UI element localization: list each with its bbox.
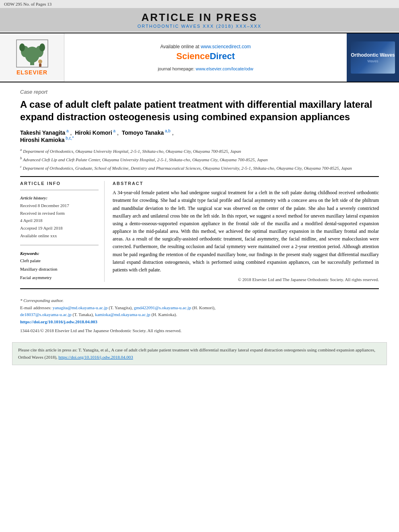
section-divider bbox=[20, 176, 379, 177]
article-history: Article history: Received 8 December 201… bbox=[20, 194, 99, 239]
affiliation-a: a Department of Orthodontics, Okayama Un… bbox=[20, 147, 379, 154]
affiliation-c: c Department of Orthodontics, Graduate, … bbox=[20, 164, 379, 171]
keyword-1: Cleft palate bbox=[20, 257, 99, 265]
author-4-sup: b,c,* bbox=[64, 136, 74, 140]
info-abstract-section: ARTICLE INFO Article history: Received 8… bbox=[20, 181, 379, 282]
email-label: E-mail addresses: bbox=[20, 305, 51, 310]
abstract-column: ABSTRACT A 34-year-old female patient wh… bbox=[113, 181, 379, 282]
article-type-label: Case report bbox=[20, 89, 379, 95]
journal-url[interactable]: www.elsevier.com/locate/odw bbox=[196, 66, 253, 71]
abstract-heading: ABSTRACT bbox=[113, 181, 379, 186]
email-komori[interactable]: gmd422091@s.okayama-u.ac.jp bbox=[134, 305, 191, 310]
email-line: E-mail addresses: yanagita@md.okayama-u.… bbox=[20, 304, 379, 312]
author-3: Tomoyo Tanaka a,b bbox=[122, 129, 172, 136]
author-1: Takeshi Yanagita a bbox=[20, 129, 70, 136]
keywords-section: Keywords: Cleft palate Maxillary distrac… bbox=[20, 251, 99, 282]
author-1-sup: a bbox=[65, 129, 68, 133]
citation-box: Please cite this article in press as: T.… bbox=[12, 342, 387, 365]
email-yanagita[interactable]: yanagita@md.okayama-u.ac.jp bbox=[53, 305, 108, 310]
main-content: Case report A case of adult cleft palate… bbox=[0, 82, 399, 289]
journal-center: Available online at www.sciencedirect.co… bbox=[64, 33, 347, 82]
elsevier-label: ELSEVIER bbox=[16, 69, 47, 76]
received-date: Received 8 December 2017 bbox=[20, 202, 99, 210]
authors-line: Takeshi Yanagita a , Hiroki Komori a , T… bbox=[20, 129, 379, 143]
email-kamioka[interactable]: kamioka@md.okayama-u.ac.jp bbox=[95, 312, 150, 317]
doc-number: ODW 295 No. of Pages 13 bbox=[4, 2, 51, 6]
info-divider bbox=[20, 190, 99, 190]
cover-waves: Waves bbox=[351, 59, 395, 63]
svg-rect-7 bbox=[39, 64, 41, 67]
keywords-list: Cleft palate Maxillary distraction Facia… bbox=[20, 257, 99, 282]
issn-line: 1344-0241/© 2018 Elsevier Ltd and The Ja… bbox=[20, 327, 379, 335]
keyword-2: Maxillary distraction bbox=[20, 265, 99, 273]
author-2-name: Hiroki Komori bbox=[75, 129, 112, 136]
doi-link[interactable]: https://doi.org/10.1016/j.odw.2018.04.00… bbox=[20, 319, 97, 324]
svg-point-4 bbox=[19, 43, 25, 51]
author-3-sup: a,b bbox=[164, 129, 171, 133]
accepted-date: Accepted 19 April 2018 bbox=[20, 224, 99, 232]
aip-banner: ARTICLE IN PRESS ORTHODONTIC WAVES XXX (… bbox=[0, 8, 399, 32]
abstract-copyright: © 2018 Elsevier Ltd and The Japanese Ort… bbox=[113, 277, 379, 282]
history-heading: Article history: bbox=[20, 194, 99, 202]
article-info-column: ARTICLE INFO Article history: Received 8… bbox=[20, 181, 105, 282]
author-4: Hiroshi Kamioka b,c,* bbox=[20, 137, 74, 143]
keyword-3: Facial asymmetry bbox=[20, 273, 99, 282]
author-3-name: Tomoyo Tanaka bbox=[122, 129, 164, 136]
abstract-text: A 34-year-old female patient who had und… bbox=[113, 189, 379, 274]
bottom-divider bbox=[20, 288, 379, 289]
svg-point-5 bbox=[39, 43, 45, 51]
citation-doi-link[interactable]: https://doi.org/10.1016/j.odw.2018.04.00… bbox=[58, 355, 133, 359]
article-title: A case of adult cleft palate patient tre… bbox=[20, 98, 379, 123]
keywords-label: Keywords: bbox=[20, 251, 99, 256]
available-online: Available online at www.sciencedirect.co… bbox=[160, 44, 251, 49]
email-tanaka[interactable]: de18037@s.okayama-u.ac.jp bbox=[20, 312, 72, 317]
author-2: Hiroki Komori a bbox=[75, 129, 117, 136]
article-info-heading: ARTICLE INFO bbox=[20, 181, 99, 186]
cover-title: Orthodontic Waves bbox=[351, 52, 395, 58]
available-online: Available online xxx bbox=[20, 232, 99, 240]
doi-line: https://doi.org/10.1016/j.odw.2018.04.00… bbox=[20, 318, 379, 326]
keywords-divider bbox=[20, 245, 99, 245]
revised-date: Received in revised form4 April 2018 bbox=[20, 210, 99, 224]
affiliations: a Department of Orthodontics, Okayama Un… bbox=[20, 147, 379, 171]
sciencedirect-link[interactable]: www.sciencedirect.com bbox=[201, 44, 251, 49]
svg-point-6 bbox=[38, 60, 42, 64]
elsevier-tree-icon bbox=[16, 39, 48, 68]
top-bar: ODW 295 No. of Pages 13 bbox=[0, 0, 399, 8]
corresponding-author-label: * Corresponding author. bbox=[20, 297, 379, 304]
sciencedirect-logo: ScienceDirect bbox=[176, 51, 235, 62]
author-2-sup: a bbox=[112, 129, 115, 133]
affiliation-b: b Advanced Cleft Lip and Cleft Palate Ce… bbox=[20, 156, 379, 163]
corr-label: * Corresponding author. bbox=[20, 298, 64, 303]
author-4-name: Hiroshi Kamioka bbox=[20, 137, 64, 143]
aip-title: ARTICLE IN PRESS bbox=[3, 11, 396, 24]
journal-cover: Orthodontic Waves Waves bbox=[347, 33, 399, 82]
cover-image: Orthodontic Waves Waves bbox=[351, 41, 395, 74]
elsevier-logo-section: ELSEVIER bbox=[0, 33, 64, 82]
journal-homepage: journal homepage: www.elsevier.com/locat… bbox=[158, 66, 253, 71]
author-1-name: Takeshi Yanagita bbox=[20, 129, 65, 136]
journal-name: ORTHODONTIC WAVES XXX (2018) XXX–XXX bbox=[3, 24, 396, 29]
email-line-2: de18037@s.okayama-u.ac.jp (T. Tanaka), k… bbox=[20, 311, 379, 318]
footnote-section: * Corresponding author. E-mail addresses… bbox=[0, 293, 399, 338]
journal-header: ELSEVIER Available online at www.science… bbox=[0, 33, 399, 82]
